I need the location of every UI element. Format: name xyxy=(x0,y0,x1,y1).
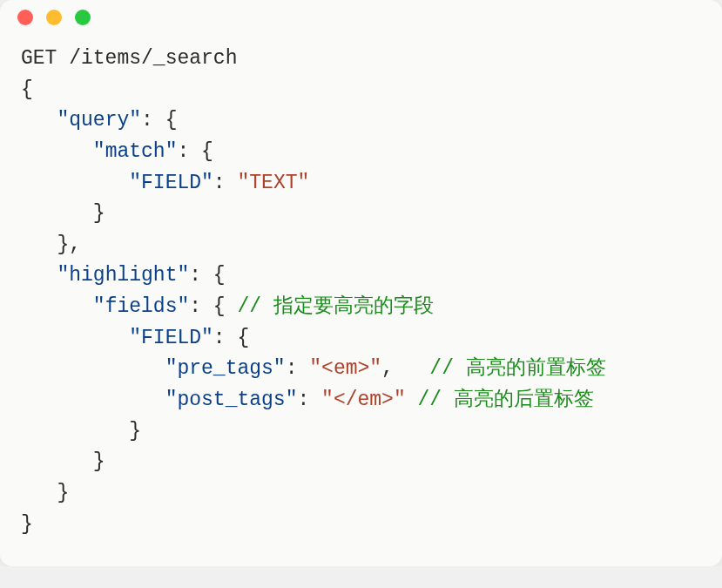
punct: : xyxy=(213,172,238,194)
punct: : { xyxy=(189,264,225,287)
indent xyxy=(21,264,57,287)
indent xyxy=(21,327,129,349)
indent xyxy=(21,295,93,318)
json-key: "post_tags" xyxy=(165,389,298,411)
brace: } xyxy=(93,450,105,473)
json-key: "match" xyxy=(93,140,178,163)
brace: } xyxy=(129,420,141,443)
zoom-icon[interactable] xyxy=(75,10,91,25)
json-string: "TEXT" xyxy=(237,172,309,194)
json-string: "<em>" xyxy=(309,357,381,380)
punct: , xyxy=(381,357,429,380)
window-titlebar xyxy=(0,0,722,35)
indent xyxy=(21,482,57,504)
code-block: GET /items/_search { "query": { "match":… xyxy=(0,35,722,566)
punct: : { xyxy=(177,140,213,163)
json-key: "FIELD" xyxy=(129,327,213,349)
brace: } xyxy=(93,202,105,225)
json-string: "</em>" xyxy=(321,389,406,411)
indent xyxy=(21,140,93,163)
json-key: "highlight" xyxy=(57,264,189,287)
comment: // 高亮的前置标签 xyxy=(429,357,605,380)
minimize-icon[interactable] xyxy=(46,10,62,25)
punct: : { xyxy=(189,295,237,318)
indent xyxy=(21,233,57,256)
punct: : xyxy=(286,357,310,380)
close-icon[interactable] xyxy=(17,10,33,25)
punct: : xyxy=(297,389,321,411)
comment: // 指定要高亮的字段 xyxy=(237,295,433,318)
brace: } xyxy=(21,513,33,536)
indent xyxy=(21,450,93,473)
indent xyxy=(21,109,57,132)
brace: }, xyxy=(57,233,81,256)
indent xyxy=(21,389,165,411)
json-key: "pre_tags" xyxy=(165,357,286,380)
code-window: GET /items/_search { "query": { "match":… xyxy=(0,0,722,566)
json-key: "fields" xyxy=(93,295,189,318)
indent xyxy=(21,202,93,225)
punct: : { xyxy=(213,327,249,349)
json-key: "FIELD" xyxy=(129,172,213,194)
indent xyxy=(21,420,129,443)
code-line: GET /items/_search xyxy=(21,47,237,70)
code-line: { xyxy=(21,78,33,101)
punct xyxy=(406,389,418,411)
punct: : { xyxy=(141,109,177,132)
indent xyxy=(21,357,165,380)
json-key: "query" xyxy=(57,109,141,132)
indent xyxy=(21,172,129,194)
brace: } xyxy=(57,482,69,504)
comment: // 高亮的后置标签 xyxy=(418,389,594,411)
